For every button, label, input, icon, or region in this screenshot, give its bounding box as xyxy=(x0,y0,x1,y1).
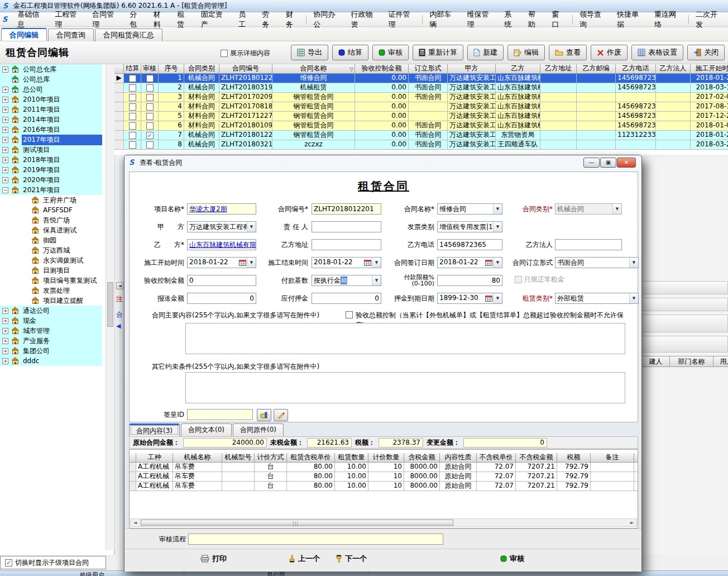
detail-header-租赁数量[interactable]: 租赁数量 xyxy=(335,453,368,463)
header-cell-结算[interactable]: 结算 xyxy=(124,64,141,74)
detail-header-租赁含税单价[interactable]: 租赁含税单价 xyxy=(287,453,335,463)
dropdown-arrow-icon[interactable]: ▼ xyxy=(493,222,502,232)
party-b-addr-field[interactable] xyxy=(312,239,381,250)
content-tab-合同文本(0)[interactable]: 合同文本(0) xyxy=(181,423,232,436)
toolbar-button-编辑[interactable]: 编辑 xyxy=(507,45,545,60)
tree-item[interactable]: +产业服务 xyxy=(0,336,102,346)
audit-checkbox[interactable] xyxy=(146,103,154,111)
header-cell-审核[interactable]: 审核 xyxy=(141,64,159,74)
tree-item[interactable]: 项目编号重复测试 xyxy=(0,275,102,285)
scroll-left-arrow-icon[interactable]: ◄ xyxy=(116,282,123,289)
dropdown-arrow-icon[interactable]: ▼ xyxy=(247,258,256,268)
header-cell-合同名称[interactable]: 合同名称▽ xyxy=(272,64,355,74)
toolbar-button-审核[interactable]: 审核 xyxy=(372,45,409,60)
audit-checkbox[interactable] xyxy=(146,141,154,149)
settle-checkbox[interactable] xyxy=(129,122,136,130)
table-row[interactable]: 4材料合同ZLHT2017081801钢管租赁合同0.00万达建筑安装工程山东百… xyxy=(114,102,728,112)
header-cell-乙方地址[interactable]: 乙方地址 xyxy=(540,64,577,74)
toolbar-button-查看[interactable]: 查看 xyxy=(549,45,587,60)
scroll-left-arrow-icon[interactable]: ◄ xyxy=(131,520,139,526)
tree-item[interactable]: 项目建立提醒 xyxy=(0,296,102,306)
review-flow-field[interactable] xyxy=(188,534,443,545)
tree-item[interactable]: +现金 xyxy=(0,316,102,326)
header-cell-订立形式[interactable]: 订立形式 xyxy=(409,64,448,74)
deposit-field[interactable]: 0 xyxy=(312,293,381,304)
header-cell-合同编号[interactable]: 合同编号 xyxy=(219,64,272,74)
header-cell-合同类别[interactable]: 合同类别 xyxy=(184,64,219,74)
detail-header-extra[interactable] xyxy=(634,453,638,463)
pay-base-combo[interactable]: 按执行金额 ▼ xyxy=(312,275,381,286)
tree-item[interactable]: +2014年项目 xyxy=(0,115,102,125)
settle-checkbox[interactable] xyxy=(129,75,136,82)
table-row[interactable]: 6材料合同ZLHT2018010901钢管租赁合同0.00书面合同万达建筑安装工… xyxy=(114,121,728,131)
toolbar-button-重新计算[interactable]: 重新计算 xyxy=(413,45,463,60)
project-name-field[interactable]: 华凌大厦2期 xyxy=(187,203,256,215)
footer-button-打印[interactable]: 打印 xyxy=(200,554,227,564)
tree-item[interactable]: +测试项目 xyxy=(0,145,102,155)
minimize-button[interactable]: — xyxy=(583,158,600,168)
settle-checkbox[interactable] xyxy=(129,132,136,139)
detail-row[interactable]: A工程机械吊车费台80.0010.00108000.00原始合同72.07720… xyxy=(130,482,638,491)
report-amount-field[interactable]: 0 xyxy=(187,293,256,304)
header-cell-乙方[interactable]: 乙方 xyxy=(496,64,540,74)
party-b-phone-field[interactable]: 14569872365 xyxy=(437,239,502,250)
tree-item[interactable]: 吾悦广场 xyxy=(0,215,102,225)
header-cell-施工开始时间[interactable]: 施工开始时间 xyxy=(691,64,728,74)
tab-合同编辑[interactable]: 合同编辑 xyxy=(1,28,47,41)
main-content-textarea[interactable] xyxy=(185,323,625,354)
responsible-field[interactable] xyxy=(312,221,381,232)
dropdown-arrow-icon[interactable]: ▼ xyxy=(372,258,381,268)
settle-checkbox[interactable] xyxy=(129,141,136,149)
tree-item[interactable]: AFSFSDF xyxy=(0,205,102,215)
tree-expander-icon[interactable]: + xyxy=(2,127,8,133)
sign-date-picker[interactable]: 2018-01-22 ▼ xyxy=(437,257,502,268)
dropdown-arrow-icon[interactable]: ▼ xyxy=(493,293,502,303)
audit-checkbox[interactable] xyxy=(146,75,154,82)
tree-item[interactable]: 公司总库 xyxy=(0,74,102,84)
tree-item[interactable]: +2010年项目 xyxy=(0,94,102,104)
tree-expander-icon[interactable]: + xyxy=(2,328,8,334)
tree-item[interactable]: 保真进测试 xyxy=(0,225,102,235)
settle-checkbox[interactable] xyxy=(129,113,136,120)
contract-name-combo[interactable]: 维修合同 ▼ xyxy=(437,203,502,215)
table-row[interactable]: 8机械合同ZLHT2018032101zczxz0.00书面合同万达建筑安装工程… xyxy=(114,140,728,150)
detail-row[interactable]: A工程机械吊车费台80.0010.00108000.00原始合同72.07720… xyxy=(130,472,638,482)
settle-checkbox[interactable] xyxy=(129,103,136,111)
tree-item[interactable]: +2018年项目 xyxy=(0,155,102,165)
tree-item[interactable]: 发票处理 xyxy=(0,285,102,296)
tree-expander-icon[interactable]: + xyxy=(2,308,8,314)
toolbar-button-作废[interactable]: 作废 xyxy=(591,45,628,60)
horizontal-scrollbar[interactable]: ◄ ||| ► xyxy=(130,518,637,527)
detail-header-机械型号[interactable]: 机械型号 xyxy=(222,453,255,463)
toolbar-button-新建[interactable]: 新建 xyxy=(467,45,504,60)
table-row[interactable]: 3材料合同ZLHT2017020901钢管租赁合同0.00书面合同万达建筑安装工… xyxy=(114,93,728,102)
tree-item[interactable]: +2011年项目 xyxy=(0,104,102,115)
audit-checkbox[interactable] xyxy=(146,122,154,130)
party-b-field[interactable]: 山东百脉建筑机械有限 xyxy=(187,239,256,250)
footer-button-上一个[interactable]: 上一个 xyxy=(289,554,320,564)
sign-id-field[interactable] xyxy=(187,409,253,420)
detail-header-机械名称[interactable]: 机械名称 xyxy=(173,453,222,463)
start-date-picker[interactable]: 2018-01-22 ▼ xyxy=(187,257,256,268)
party-a-combo[interactable]: 万达建筑安装工程有 ▼ xyxy=(187,221,256,232)
audit-checkbox[interactable]: ✓ xyxy=(146,132,154,139)
scrollbar-thumb[interactable] xyxy=(107,282,113,327)
audit-checkbox[interactable] xyxy=(146,84,154,92)
detail-header-计价数量[interactable]: 计价数量 xyxy=(368,453,404,463)
accept-total-checkbox[interactable] xyxy=(346,311,353,318)
invoice-type-combo[interactable]: 增值税专用发票|11 ▼ xyxy=(437,221,502,232)
tree-expander-icon[interactable]: + xyxy=(2,66,8,73)
tree-item[interactable]: 永实调拨测试 xyxy=(0,255,102,265)
dropdown-arrow-icon[interactable]: ▼ xyxy=(247,222,256,232)
tree-item[interactable]: +集团公司 xyxy=(0,346,102,356)
toolbar-button-表格设置[interactable]: 表格设置 xyxy=(631,45,683,60)
tree-expander-icon[interactable]: + xyxy=(2,358,8,364)
header-cell-乙方法人[interactable]: 乙方法人 xyxy=(656,64,691,74)
scrollbar-thumb[interactable]: ||| xyxy=(141,520,453,526)
tab-合同查询[interactable]: 合同查询 xyxy=(48,28,94,41)
toolbar-button-关闭[interactable]: 关闭 xyxy=(687,45,725,60)
contract-no-field[interactable]: ZLHT2018012201 xyxy=(312,203,381,215)
detail-header-税额[interactable]: 税额 xyxy=(557,453,591,463)
detail-header-含税金额[interactable]: 含税金额 xyxy=(404,453,440,463)
tree-expander-icon[interactable]: + xyxy=(2,97,8,103)
